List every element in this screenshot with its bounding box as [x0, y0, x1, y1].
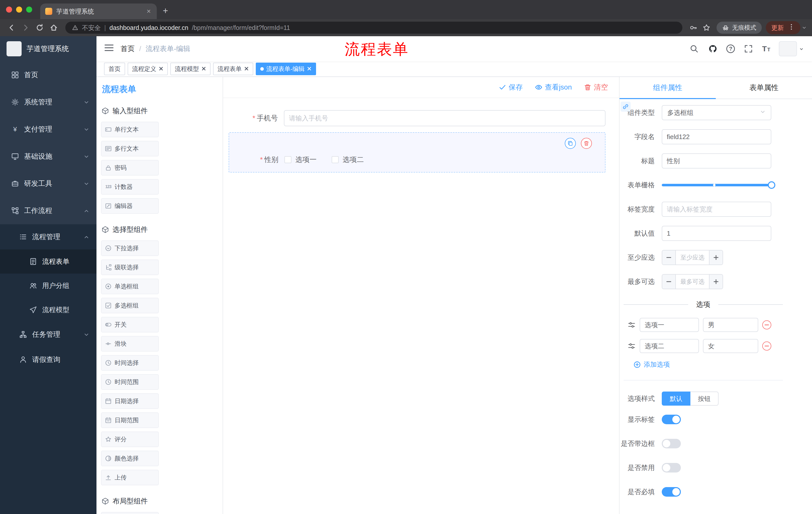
- default-value-input[interactable]: [662, 226, 771, 241]
- drag-handle-icon[interactable]: [628, 321, 636, 329]
- palette-item-time-picker[interactable]: 时间选择: [101, 355, 159, 371]
- close-icon[interactable]: [202, 65, 206, 73]
- search-icon[interactable]: [689, 44, 699, 54]
- sidebar-item-process-model[interactable]: 流程模型: [0, 298, 96, 322]
- sidebar-toggle-icon[interactable]: [96, 44, 121, 54]
- browser-tab[interactable]: 芋道管理系统 ×: [40, 3, 157, 19]
- sidebar-item-system[interactable]: 系统管理: [0, 88, 96, 116]
- back-button[interactable]: [5, 21, 18, 34]
- required-switch[interactable]: [662, 487, 681, 497]
- user-menu[interactable]: [779, 41, 804, 56]
- toolbar-caret-icon[interactable]: [802, 23, 807, 32]
- gender-option1-checkbox[interactable]: 选项一: [284, 155, 317, 164]
- max-select-input[interactable]: [676, 275, 709, 289]
- save-button[interactable]: 保存: [499, 82, 523, 92]
- font-size-icon[interactable]: TT: [762, 45, 770, 53]
- palette-item-upload[interactable]: 上传: [101, 470, 159, 485]
- bookmark-star-icon[interactable]: [700, 22, 713, 34]
- add-option-button[interactable]: 添加选项: [619, 360, 812, 369]
- disabled-switch[interactable]: [662, 463, 681, 472]
- palette-item-checkbox-group[interactable]: 多选框组: [101, 298, 159, 313]
- browser-menu-icon[interactable]: [788, 23, 795, 32]
- option-value-input[interactable]: [703, 339, 758, 353]
- tag-process-form[interactable]: 流程表单: [213, 63, 253, 75]
- palette-item-editor[interactable]: 编辑器: [101, 198, 159, 214]
- browser-update-button[interactable]: 更新: [766, 21, 801, 34]
- minimize-window-button[interactable]: [16, 6, 22, 12]
- min-select-input[interactable]: [676, 250, 709, 265]
- close-icon[interactable]: [159, 65, 163, 73]
- delete-component-button[interactable]: [581, 138, 592, 149]
- new-tab-button[interactable]: +: [157, 5, 174, 19]
- app-logo[interactable]: 芋道管理系统: [0, 36, 96, 61]
- github-icon[interactable]: [708, 44, 718, 54]
- increase-button[interactable]: [709, 275, 723, 289]
- close-window-button[interactable]: [6, 6, 12, 12]
- breadcrumb-home[interactable]: 首页: [121, 44, 135, 54]
- copy-component-button[interactable]: [565, 138, 576, 149]
- close-icon[interactable]: [307, 65, 312, 73]
- home-button[interactable]: [47, 21, 60, 34]
- show-label-switch[interactable]: [662, 415, 681, 424]
- forward-button[interactable]: [19, 21, 32, 34]
- decrease-button[interactable]: [662, 250, 676, 265]
- sidebar-item-process-mgmt[interactable]: 流程管理: [0, 224, 96, 249]
- zoom-window-button[interactable]: [26, 6, 32, 12]
- style-button-button[interactable]: 按钮: [690, 391, 719, 406]
- sidebar-item-payment[interactable]: ¥ 支付管理: [0, 116, 96, 143]
- sidebar-item-home[interactable]: 首页: [0, 61, 96, 88]
- tag-process-model[interactable]: 流程模型: [170, 63, 210, 75]
- label-width-input[interactable]: [662, 202, 771, 217]
- palette-item-textarea[interactable]: 多行文本: [101, 141, 159, 156]
- view-json-button[interactable]: 查看json: [535, 82, 572, 92]
- palette-item-single-line-text[interactable]: 单行文本: [101, 122, 159, 137]
- sidebar-item-user-group[interactable]: 用户分组: [0, 274, 96, 298]
- palette-item-time-range[interactable]: 时间范围: [101, 374, 159, 390]
- phone-input[interactable]: [284, 110, 606, 126]
- style-default-button[interactable]: 默认: [662, 391, 690, 406]
- sidebar-item-task-mgmt[interactable]: 任务管理: [0, 322, 96, 347]
- password-key-icon[interactable]: [687, 22, 699, 34]
- sidebar-item-devtools[interactable]: 研发工具: [0, 170, 96, 197]
- gender-option2-checkbox[interactable]: 选项二: [331, 155, 364, 164]
- canvas-field-phone[interactable]: *手机号: [229, 110, 606, 126]
- palette-item-switch[interactable]: 开关: [101, 317, 159, 332]
- address-bar[interactable]: 不安全 | dashboard.yudao.iocoder.cn/bpm/man…: [65, 22, 683, 34]
- palette-item-color-picker[interactable]: 颜色选择: [101, 451, 159, 466]
- link-icon[interactable]: [620, 102, 631, 112]
- tab-form-props[interactable]: 表单属性: [716, 77, 812, 99]
- clear-button[interactable]: 清空: [584, 82, 608, 92]
- sidebar-item-workflow[interactable]: 工作流程: [0, 197, 96, 224]
- help-icon[interactable]: ?: [726, 45, 735, 53]
- palette-item-slider[interactable]: 滑块: [101, 336, 159, 352]
- sidebar-item-leave-query[interactable]: 请假查询: [0, 347, 96, 372]
- palette-item-date-range[interactable]: 日期范围: [101, 412, 159, 428]
- remove-option-button[interactable]: [762, 320, 771, 329]
- sidebar-item-infra[interactable]: 基础设施: [0, 143, 96, 170]
- sidebar-item-process-form[interactable]: 流程表单: [0, 249, 96, 274]
- palette-item-date-picker[interactable]: 日期选择: [101, 393, 159, 409]
- component-type-select[interactable]: 多选框组: [662, 105, 771, 120]
- close-icon[interactable]: [244, 65, 249, 73]
- palette-item-counter[interactable]: 123计数器: [101, 179, 159, 195]
- tag-home[interactable]: 首页: [104, 63, 125, 75]
- form-grid-slider[interactable]: [662, 178, 771, 193]
- palette-item-cascader[interactable]: 级联选择: [101, 260, 159, 275]
- palette-item-password[interactable]: 密码: [101, 160, 159, 175]
- decrease-button[interactable]: [662, 275, 676, 289]
- option-label-input[interactable]: [640, 318, 699, 332]
- increase-button[interactable]: [709, 250, 723, 265]
- field-name-input[interactable]: [662, 129, 771, 144]
- reload-button[interactable]: [33, 21, 46, 34]
- palette-item-radio-group[interactable]: 单选框组: [101, 279, 159, 294]
- tag-process-form-edit[interactable]: 流程表单-编辑: [256, 63, 316, 75]
- slider-handle[interactable]: [768, 181, 775, 189]
- tab-component-props[interactable]: 组件属性: [619, 77, 716, 99]
- remove-option-button[interactable]: [762, 342, 771, 351]
- border-switch[interactable]: [662, 439, 681, 449]
- tag-process-definition[interactable]: 流程定义: [127, 63, 168, 75]
- fullscreen-icon[interactable]: [744, 44, 753, 54]
- title-input[interactable]: [662, 154, 771, 168]
- palette-item-row-container[interactable]: 行容器: [101, 512, 159, 514]
- drag-handle-icon[interactable]: [628, 342, 636, 350]
